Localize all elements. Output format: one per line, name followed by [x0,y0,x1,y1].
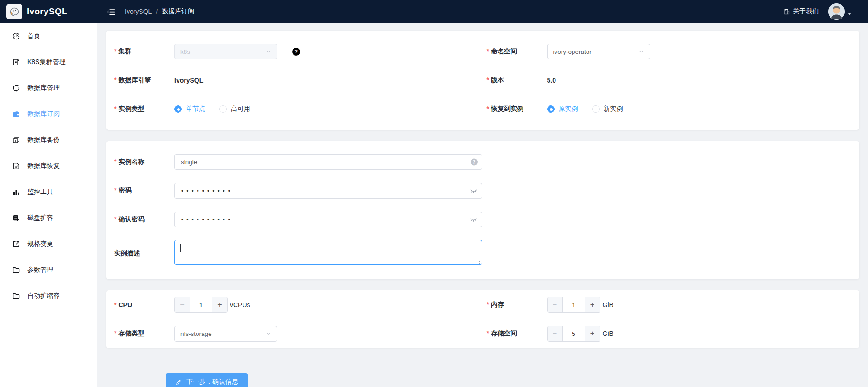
resize-handle-icon[interactable] [477,260,481,264]
instance-type-radio-group: 单节点 高可用 [174,105,264,113]
sidebar-item-k8s-clusters[interactable]: K8S集群管理 [0,49,97,75]
breadcrumb: IvorySQL / 数据库订阅 [125,7,194,16]
restore-to-label: *恢复到实例 [487,105,547,113]
external-link-icon [12,240,20,248]
copy-icon [12,136,20,144]
next-step-confirm-button[interactable]: 下一步：确认信息 [166,373,248,387]
password-label: *密码 [114,187,174,195]
panel-basic-settings: *集群 k8s ? *命名空间 ivory-operator [106,31,859,130]
cluster-select[interactable]: k8s [174,44,277,59]
instance-type-label: *实例类型 [114,105,174,113]
sidebar-item-label: 数据库管理 [27,84,60,92]
memory-unit: GiB [603,301,613,309]
chevron-down-icon [266,331,271,336]
radio-new-instance[interactable]: 新实例 [592,105,623,113]
radio-icon [547,105,555,113]
instance-description-textarea[interactable] [174,240,482,265]
next-step-confirm-label: 下一步：确认信息 [186,378,238,386]
about-us-link[interactable]: 关于我们 [783,7,819,16]
increase-button[interactable]: + [585,326,600,341]
user-menu[interactable] [828,3,851,20]
topbar-right: 关于我们 [783,3,868,20]
document-icon [12,58,20,66]
dashboard-icon [12,32,20,40]
breadcrumb-current: 数据库订阅 [162,7,194,16]
about-us-label: 关于我们 [793,7,819,16]
cluster-select-value: k8s [180,48,190,55]
engine-label: *数据库引擎 [114,76,174,84]
instance-name-label: *实例名称 [114,158,174,166]
chevron-down-icon [848,13,851,15]
version-label: *版本 [487,76,547,84]
increase-button[interactable]: + [585,297,600,312]
storage-size-label: *存储空间 [487,329,547,338]
storage-size-value-input[interactable] [563,326,585,341]
engine-value: IvorySQL [174,77,203,84]
cpu-label: *CPU [114,301,174,309]
sidebar-item-label: 监控工具 [27,188,53,196]
sidebar-item-home[interactable]: 首页 [0,23,97,49]
logo[interactable]: IvorySQL [0,4,97,19]
version-value: 5.0 [547,77,556,84]
bar-chart-icon [12,188,20,196]
sidebar-item-monitoring-tools[interactable]: 监控工具 [0,179,97,205]
wallet-icon [12,110,20,118]
input-help-icon[interactable]: ? [471,159,478,166]
sidebar-item-label: 参数管理 [27,266,53,274]
increase-button[interactable]: + [212,297,227,312]
building-icon [783,8,790,15]
sidebar-item-label: 首页 [27,32,40,40]
memory-value-input[interactable] [563,297,585,312]
topbar: IvorySQL IvorySQL / 数据库订阅 关于我们 [0,0,868,23]
cpu-value-input[interactable] [190,297,212,312]
file-check-icon [12,162,20,170]
confirm-password-input[interactable]: •••••••••• [174,212,482,227]
decrease-button[interactable]: − [548,297,563,312]
app-title: IvorySQL [27,6,67,17]
breadcrumb-root[interactable]: IvorySQL [125,8,152,15]
eye-invisible-icon[interactable] [470,187,478,195]
sidebar-collapse-icon[interactable] [106,7,115,17]
sidebar-item-auto-scaling[interactable]: 自动扩缩容 [0,283,97,309]
eye-invisible-icon[interactable] [470,216,478,224]
avatar[interactable] [828,3,845,20]
sidebar-item-parameter-management[interactable]: 参数管理 [0,257,97,283]
sidebar-item-label: 磁盘扩容 [27,214,53,222]
instance-name-input[interactable] [174,154,482,170]
chevron-down-icon [266,49,271,54]
sidebar-item-database-management[interactable]: 数据库管理 [0,75,97,101]
text-cursor [180,244,181,252]
segmented-circle-icon [12,84,20,92]
sidebar-item-database-subscription[interactable]: 数据库订阅 [0,101,97,127]
sidebar-item-label: K8S集群管理 [27,58,65,66]
memory-stepper: − + [547,297,600,313]
password-masked-value: •••••••••• [181,187,233,194]
decrease-button[interactable]: − [175,297,190,312]
radio-single-node[interactable]: 单节点 [174,105,205,113]
radio-icon [174,105,182,113]
panel-resources: *CPU − + vCPUs *内存 − + GiB [106,290,859,348]
radio-high-availability[interactable]: 高可用 [219,105,250,113]
cpu-stepper: − + [174,297,228,313]
folder-icon [12,266,20,274]
sidebar-item-database-backup[interactable]: 数据库备份 [0,127,97,153]
radio-icon [219,105,227,113]
password-input[interactable]: •••••••••• [174,183,482,199]
storage-class-select-value: nfs-storage [180,330,212,337]
sidebar-item-spec-change[interactable]: 规格变更 [0,231,97,257]
sidebar-item-label: 数据库备份 [27,136,60,144]
cluster-label: *集群 [114,47,174,56]
radio-original-instance[interactable]: 原实例 [547,105,578,113]
folder-icon [12,292,20,300]
main-content: *集群 k8s ? *命名空间 ivory-operator [97,23,868,387]
sidebar-item-label: 数据库恢复 [27,162,60,170]
help-icon[interactable]: ? [292,48,300,56]
storage-class-select[interactable]: nfs-storage [174,326,277,342]
namespace-select[interactable]: ivory-operator [547,44,650,59]
sidebar-item-label: 数据库订阅 [27,110,60,118]
confirm-password-label: *确认密码 [114,215,174,224]
namespace-label: *命名空间 [487,47,547,56]
sidebar-item-database-restore[interactable]: 数据库恢复 [0,153,97,179]
sidebar-item-disk-expansion[interactable]: 磁盘扩容 [0,205,97,231]
decrease-button[interactable]: − [548,326,563,341]
